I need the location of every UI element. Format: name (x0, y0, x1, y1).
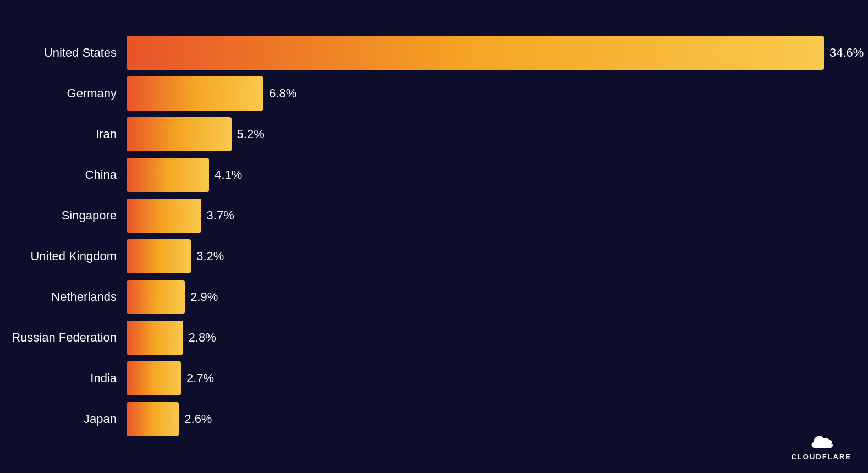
bar-row: Singapore3.7% (11, 196, 824, 235)
country-label: Netherlands (11, 290, 127, 304)
bar-row: Iran5.2% (11, 114, 824, 154)
cloudflare-cloud-icon (806, 432, 836, 450)
bar-wrapper: 3.2% (127, 237, 824, 276)
bar-pct-label: 6.8% (269, 86, 296, 101)
country-label: United States (11, 46, 127, 60)
bar (127, 402, 179, 436)
country-label: India (11, 371, 127, 386)
bar-row: United States34.6% (11, 33, 824, 73)
bar-row: Japan2.6% (11, 399, 824, 439)
bar-pct-label: 34.6% (829, 46, 864, 60)
bar-pct-label: 3.2% (196, 249, 224, 263)
country-label: Singapore (11, 208, 127, 223)
country-label: Germany (11, 86, 127, 101)
cloudflare-logo: CLOUDFLARE (791, 432, 851, 461)
bar-wrapper: 34.6% (127, 33, 864, 73)
bar-row: Germany6.8% (11, 74, 824, 113)
bar-row: China4.1% (11, 155, 824, 195)
bar-wrapper: 4.1% (127, 155, 824, 195)
chart-container: United States34.6%Germany6.8%Iran5.2%Chi… (0, 0, 868, 473)
bar (127, 36, 824, 70)
bar-pct-label: 2.7% (186, 371, 214, 386)
bar (127, 321, 183, 355)
bar (127, 239, 191, 273)
bar-pct-label: 2.9% (190, 290, 218, 304)
bar-row: Netherlands2.9% (11, 277, 824, 317)
bar-wrapper: 2.7% (127, 359, 824, 398)
bar-wrapper: 2.8% (127, 318, 824, 358)
cloudflare-brand-name: CLOUDFLARE (791, 453, 851, 461)
bar-wrapper: 6.8% (127, 74, 824, 113)
bar-wrapper: 3.7% (127, 196, 824, 235)
bar-pct-label: 2.6% (184, 412, 212, 426)
country-label: Japan (11, 412, 127, 426)
bar-row: Russian Federation2.8% (11, 318, 824, 358)
bar-wrapper: 5.2% (127, 114, 824, 154)
bar (127, 280, 185, 314)
bar-pct-label: 5.2% (237, 127, 265, 141)
bar-wrapper: 2.6% (127, 399, 824, 439)
country-label: Iran (11, 127, 127, 141)
bar (127, 117, 232, 151)
bar (127, 76, 263, 111)
bar-row: India2.7% (11, 359, 824, 398)
bar-row: United Kingdom3.2% (11, 237, 824, 276)
bar (127, 158, 209, 192)
bar-pct-label: 2.8% (189, 331, 216, 345)
country-label: Russian Federation (11, 331, 127, 345)
bar-pct-label: 3.7% (207, 208, 234, 223)
country-label: United Kingdom (11, 249, 127, 263)
bar (127, 361, 181, 395)
country-label: China (11, 168, 127, 182)
bar-pct-label: 4.1% (215, 168, 242, 182)
bar-wrapper: 2.9% (127, 277, 824, 317)
bar (127, 199, 201, 233)
